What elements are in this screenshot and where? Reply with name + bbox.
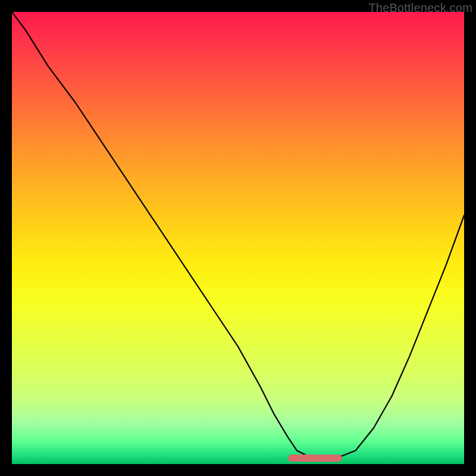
- plot-area: [12, 12, 464, 464]
- watermark-text: TheBottleneck.com: [368, 1, 472, 15]
- curve-svg: [12, 12, 464, 464]
- chart-frame: TheBottleneck.com: [0, 0, 476, 476]
- optimum-marker: [288, 455, 342, 462]
- bottleneck-curve: [12, 12, 464, 458]
